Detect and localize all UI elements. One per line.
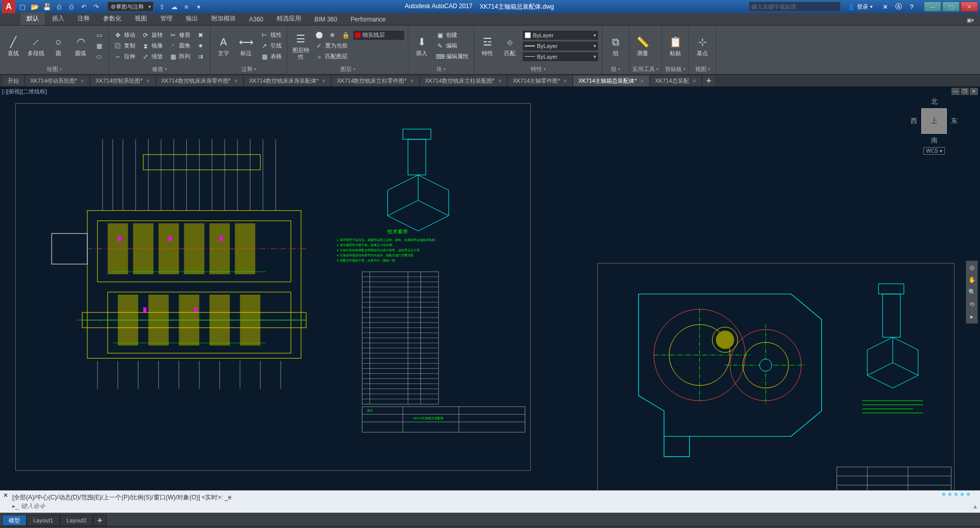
- panel-layers-title[interactable]: 图层: [290, 65, 405, 73]
- table-button[interactable]: ▦表格: [258, 52, 284, 62]
- zoom-extents-icon[interactable]: 🔍: [968, 289, 976, 296]
- tab-output[interactable]: 输出: [180, 12, 204, 25]
- offset-button[interactable]: ⇉: [194, 52, 207, 62]
- viewcube-north[interactable]: 北: [931, 97, 938, 106]
- app-logo[interactable]: A: [2, 0, 15, 13]
- erase-button[interactable]: ✖: [194, 30, 207, 40]
- cmdline-close-icon[interactable]: ✕: [3, 492, 8, 499]
- close-icon[interactable]: ✕: [234, 78, 238, 84]
- tab-view[interactable]: 视图: [129, 12, 153, 25]
- doc-tab-active[interactable]: XK714主轴箱总装配体*✕: [573, 75, 649, 86]
- viewcube-south[interactable]: 南: [931, 136, 938, 145]
- a360-icon[interactable]: Ⓐ: [893, 2, 903, 12]
- layer-setcurrent-button[interactable]: ✓置为当前: [313, 41, 350, 51]
- panel-clip-title[interactable]: 剪贴板: [665, 65, 685, 73]
- layout-tab-add[interactable]: ✚: [93, 515, 107, 526]
- layout-tab-1[interactable]: Layout1: [27, 515, 60, 526]
- tab-manage[interactable]: 管理: [154, 12, 179, 25]
- steering-wheel-icon[interactable]: ◎: [969, 264, 974, 271]
- group-button[interactable]: ⧉组: [605, 30, 626, 62]
- layer-dropdown[interactable]: 细实线层: [353, 30, 405, 40]
- close-icon[interactable]: ✕: [640, 78, 644, 84]
- matchprops-button[interactable]: ⟐匹配: [500, 30, 520, 62]
- tab-featured[interactable]: 精选应用: [271, 12, 307, 25]
- explode-button[interactable]: ✷: [194, 41, 207, 51]
- minimize-button[interactable]: —: [924, 2, 941, 12]
- doc-close-button[interactable]: ✕: [970, 88, 978, 95]
- move-button[interactable]: ✥移动: [112, 30, 137, 40]
- close-icon[interactable]: ✕: [563, 78, 567, 84]
- close-icon[interactable]: ✕: [322, 78, 326, 84]
- doc-tab[interactable]: XK714主轴零件图*✕: [507, 75, 573, 86]
- line-button[interactable]: ╱直线: [3, 30, 23, 62]
- close-icon[interactable]: ✕: [410, 78, 414, 84]
- edit-block-button[interactable]: ✎编辑: [434, 41, 471, 51]
- panel-draw-title[interactable]: 绘图: [3, 65, 105, 73]
- leader-button[interactable]: ↗引线: [258, 41, 284, 51]
- command-input[interactable]: [21, 502, 971, 510]
- viewcube-east[interactable]: 东: [951, 116, 958, 126]
- viewcube-top[interactable]: 上: [921, 108, 947, 134]
- tab-addins[interactable]: 附加模块: [205, 12, 242, 25]
- qat-dd-icon[interactable]: ▾: [193, 2, 204, 12]
- layer-lock-icon[interactable]: 🔒: [339, 30, 352, 40]
- ribbon-collapse-icon[interactable]: ▣▾: [961, 15, 980, 25]
- create-block-button[interactable]: ▣创建: [434, 30, 471, 40]
- color-dropdown[interactable]: ByLayer: [522, 30, 599, 40]
- qat-more-icon[interactable]: ≡: [181, 2, 191, 12]
- panel-modify-title[interactable]: 修改: [112, 65, 207, 73]
- viewcube-west[interactable]: 西: [911, 116, 917, 126]
- drawing-viewport[interactable]: [-][俯视][二维线框] — ❐ ✕: [0, 87, 980, 490]
- exchange-icon[interactable]: ✕: [880, 2, 890, 12]
- dim-button[interactable]: ⟷标注: [236, 30, 256, 62]
- ellipse-button[interactable]: ⬭: [93, 52, 105, 62]
- cmdline-recent-icon[interactable]: ▴: [973, 502, 977, 510]
- rotate-button[interactable]: ⟳旋转: [139, 30, 165, 40]
- qat-save-icon[interactable]: 💾: [42, 2, 52, 12]
- showmotion-icon[interactable]: ▸: [970, 313, 973, 320]
- doc-tab[interactable]: XK714传动系统图*✕: [24, 75, 90, 86]
- doc-min-button[interactable]: —: [951, 88, 960, 95]
- qat-saveas-icon[interactable]: ⎙: [54, 2, 64, 12]
- new-doc-tab[interactable]: ✚: [702, 75, 716, 86]
- basepoint-button[interactable]: ⊹基点: [692, 30, 713, 62]
- doc-tab-start[interactable]: 开始: [2, 75, 24, 86]
- hatch-button[interactable]: ▦: [93, 41, 105, 51]
- circle-button[interactable]: ○圆: [48, 30, 68, 62]
- qat-undo-icon[interactable]: ↶: [79, 2, 89, 12]
- edit-attr-button[interactable]: ⌨编辑属性: [434, 52, 471, 62]
- help-icon[interactable]: ?: [906, 2, 917, 12]
- doc-tab[interactable]: XK714数控铣床床身零件图*✕: [156, 75, 243, 86]
- copy-button[interactable]: ⿻复制: [112, 41, 137, 51]
- insert-block-button[interactable]: ⬇插入: [411, 30, 432, 62]
- tab-default[interactable]: 默认: [20, 12, 45, 25]
- measure-button[interactable]: 📏测量: [632, 30, 653, 62]
- panel-block-title[interactable]: 块: [411, 65, 471, 73]
- rect-button[interactable]: ▭: [93, 30, 105, 40]
- linear-dim-button[interactable]: ⊢线性: [258, 30, 284, 40]
- text-button[interactable]: A文字: [213, 30, 234, 62]
- trim-button[interactable]: ✂修剪: [167, 30, 192, 40]
- close-icon[interactable]: ✕: [146, 78, 150, 84]
- layout-tab-2[interactable]: Layout2: [60, 515, 93, 526]
- doc-tab[interactable]: XK714数控铣床立柱零件图*✕: [331, 75, 419, 86]
- lineweight-dropdown[interactable]: ByLayer: [522, 41, 599, 51]
- qat-redo-icon[interactable]: ↷: [91, 2, 101, 12]
- tab-annotate[interactable]: 注释: [71, 12, 96, 25]
- qat-cloud-icon[interactable]: ☁: [169, 2, 179, 12]
- panel-view-title[interactable]: 视图: [692, 65, 713, 73]
- doc-restore-button[interactable]: ❐: [961, 88, 969, 95]
- doc-tab[interactable]: XK714控制系统图*✕: [90, 75, 155, 86]
- panel-group-title[interactable]: 组: [605, 65, 626, 73]
- tab-parametric[interactable]: 参数化: [97, 12, 128, 25]
- login-button[interactable]: 👤 登录 ▾: [844, 2, 877, 12]
- tab-bim360[interactable]: BIM 360: [308, 14, 344, 25]
- close-icon[interactable]: ✕: [498, 78, 502, 84]
- props-palette-button[interactable]: ☲特性: [477, 30, 498, 62]
- tab-a360[interactable]: A360: [243, 14, 270, 25]
- doc-tab[interactable]: XK714总装配✕: [650, 75, 702, 86]
- layer-freeze-icon[interactable]: ❄: [326, 30, 338, 40]
- maximize-button[interactable]: ▢: [942, 2, 960, 12]
- stretch-button[interactable]: ↔拉伸: [112, 52, 137, 62]
- qat-plot-icon[interactable]: ⎙: [66, 2, 77, 12]
